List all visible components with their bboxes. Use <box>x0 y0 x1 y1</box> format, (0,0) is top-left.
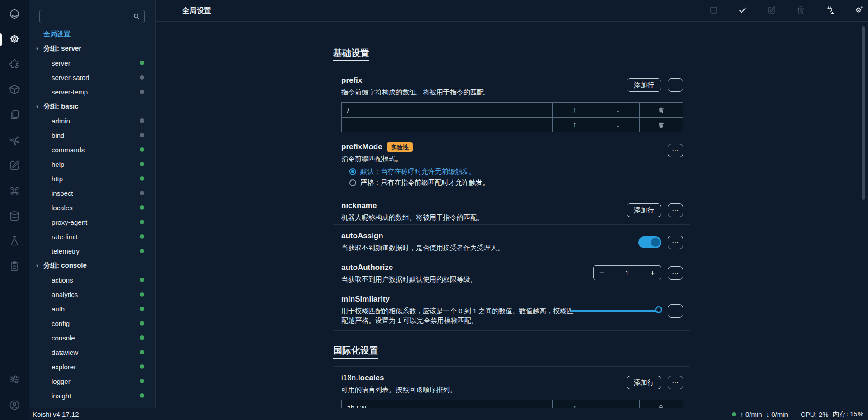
rail-home-button[interactable] <box>5 5 24 25</box>
rail-experiments-button[interactable] <box>5 232 24 252</box>
delete-row-button[interactable] <box>640 400 683 408</box>
move-down-button[interactable]: ↓ <box>596 118 640 132</box>
rail-plugins-button[interactable] <box>5 55 24 75</box>
sidebar-item-server[interactable]: server <box>29 56 155 70</box>
setting-description: 当获取不到频道数据时，是否使用接受者作为受理人。 <box>341 243 683 252</box>
array-value-cell[interactable]: / <box>342 103 553 118</box>
section-title-i18n: 国际化设置 <box>333 344 690 357</box>
move-down-button[interactable]: ↓ <box>596 103 640 118</box>
caret-down-icon[interactable]: ▾ <box>36 104 43 109</box>
sidebar-group-console[interactable]: ▾分组: console <box>29 258 155 273</box>
sidebar-item-explorer[interactable]: explorer <box>29 359 155 374</box>
sidebar-item-commands[interactable]: commands <box>29 142 155 157</box>
move-up-button[interactable]: ↑ <box>553 118 596 132</box>
sidebar-item-bind[interactable]: bind <box>29 128 155 142</box>
search-input[interactable] <box>43 10 132 23</box>
status-dot <box>140 162 144 166</box>
array-value-cell[interactable]: zh-CN <box>342 400 553 408</box>
sidebar-item-analytics[interactable]: analytics <box>29 287 155 302</box>
toolbar-confirm-button[interactable] <box>733 2 751 20</box>
rail-dependencies-button[interactable] <box>5 131 24 151</box>
toolbar-remove-button[interactable] <box>792 2 810 20</box>
more-options-button[interactable]: ⋯ <box>668 266 683 280</box>
sidebar-group-server[interactable]: ▾分组: server <box>29 41 155 56</box>
database-icon <box>9 210 20 224</box>
sidebar-item-server-satori[interactable]: server-satori <box>29 70 155 85</box>
rail-settings-button[interactable] <box>5 30 24 50</box>
sidebar-item-global-settings[interactable]: 全局设置 <box>29 27 155 41</box>
setting-i18n-locales: i18n.locales 可用的语言列表。按照回退顺序排列。 添加行 ⋯ zh-… <box>333 367 690 408</box>
sidebar-item-config[interactable]: config <box>29 316 155 330</box>
more-options-button[interactable]: ⋯ <box>668 376 683 389</box>
sidebar-item-console[interactable]: console <box>29 330 155 345</box>
delete-row-button[interactable] <box>640 103 683 118</box>
status-dot <box>140 292 144 297</box>
toolbar-select-button[interactable] <box>704 2 722 20</box>
add-row-button[interactable]: 添加行 <box>627 203 661 217</box>
slider-knob[interactable] <box>655 306 662 313</box>
koishi-logo-icon <box>9 8 20 22</box>
sidebar-item-insight[interactable]: insight <box>29 388 155 403</box>
layers-plus-icon <box>854 5 863 17</box>
more-options-button[interactable]: ⋯ <box>668 203 683 217</box>
more-options-button[interactable]: ⋯ <box>668 236 683 249</box>
sidebar-item-dataview[interactable]: dataview <box>29 345 155 359</box>
sidebar-item-telemetry[interactable]: telemetry <box>29 244 155 258</box>
rail-database-button[interactable] <box>5 207 24 227</box>
rail-sandbox-button[interactable] <box>5 156 24 176</box>
more-options-button[interactable]: ⋯ <box>668 304 683 318</box>
rail-filter-button[interactable] <box>5 370 24 390</box>
sidebar-item-auth[interactable]: auth <box>29 302 155 316</box>
sidebar-item-admin[interactable]: admin <box>29 113 155 128</box>
add-row-button[interactable]: 添加行 <box>627 376 661 389</box>
array-row: / ↑ ↓ <box>342 103 683 118</box>
slider-track[interactable] <box>571 310 661 312</box>
move-up-button[interactable]: ↑ <box>553 400 596 408</box>
min-similarity-slider[interactable] <box>571 305 661 317</box>
more-options-button[interactable]: ⋯ <box>668 144 683 157</box>
array-value-cell[interactable] <box>342 118 553 132</box>
move-down-button[interactable]: ↓ <box>596 400 640 408</box>
rail-pages-button[interactable] <box>5 106 24 126</box>
auto-assign-toggle[interactable] <box>638 236 661 248</box>
stepper-decrease-button[interactable]: − <box>594 266 610 280</box>
prefixmode-option-default[interactable]: 默认：当存在称呼时允许无前缀触发。 <box>349 166 683 177</box>
add-row-button[interactable]: 添加行 <box>627 78 661 92</box>
prefixmode-option-strict[interactable]: 严格：只有在指令前缀匹配时才允许触发。 <box>349 177 683 189</box>
setting-actions: 添加行 ⋯ <box>627 376 683 389</box>
sidebar-item-actions[interactable]: actions <box>29 273 155 287</box>
toolbar-rename-button[interactable] <box>762 2 780 20</box>
sidebar-item-help[interactable]: help <box>29 157 155 171</box>
rail-commands-button[interactable] <box>5 182 24 202</box>
sidebar-item-rate-limit[interactable]: rate-limit <box>29 229 155 244</box>
status-dot <box>140 393 144 398</box>
sidebar-group-basic[interactable]: ▾分组: basic <box>29 99 155 113</box>
status-dot <box>140 220 144 224</box>
sidebar-item-server-temp[interactable]: server-temp <box>29 85 155 99</box>
rail-user-button[interactable] <box>5 396 24 416</box>
stepper-value[interactable]: 1 <box>610 266 644 280</box>
delete-row-button[interactable] <box>640 118 683 132</box>
caret-down-icon[interactable]: ▾ <box>36 46 43 51</box>
stepper-increase-button[interactable]: + <box>644 266 661 280</box>
setting-nickname: nickname 机器人昵称构成的数组。将被用于指令的匹配。 添加行 ⋯ <box>333 194 690 224</box>
move-up-button[interactable]: ↑ <box>553 103 596 118</box>
more-options-button[interactable]: ⋯ <box>668 78 683 92</box>
toolbar-add-plugin-button[interactable] <box>821 2 839 20</box>
settings-content: 基础设置 prefix 指令前缀字符构成的数组。将被用于指令的匹配。 添加行 ⋯… <box>333 22 690 408</box>
sidebar-item-logger[interactable]: logger <box>29 374 155 388</box>
sidebar-item-inspect[interactable]: inspect <box>29 186 155 200</box>
rail-tasks-button[interactable] <box>5 257 24 277</box>
toolbar-add-group-button[interactable] <box>849 2 868 20</box>
radio-selected-icon[interactable] <box>349 168 356 175</box>
scrollbar-thumb[interactable] <box>862 26 865 200</box>
sidebar-item-locales[interactable]: locales <box>29 200 155 215</box>
status-dot <box>140 133 144 137</box>
caret-down-icon[interactable]: ▾ <box>36 263 43 268</box>
setting-actions: ⋯ <box>571 304 683 318</box>
rail-market-button[interactable] <box>5 80 24 100</box>
search-box <box>39 10 145 23</box>
radio-unselected-icon[interactable] <box>349 179 356 186</box>
sidebar-item-http[interactable]: http <box>29 171 155 186</box>
sidebar-item-proxy-agent[interactable]: proxy-agent <box>29 215 155 229</box>
